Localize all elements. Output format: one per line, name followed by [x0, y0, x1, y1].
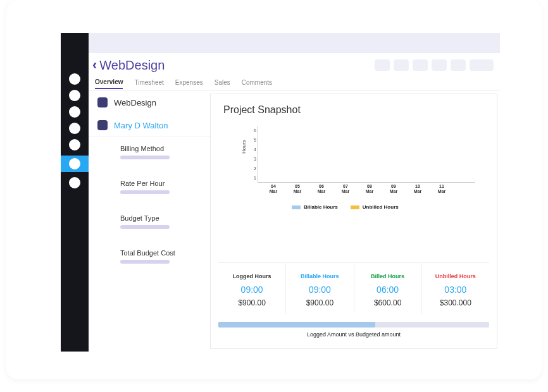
sidebar-item-active[interactable] — [61, 156, 89, 172]
person-name: Mary D Walton — [114, 121, 168, 130]
field-budget-type: Budget Type — [89, 209, 210, 234]
plot-area — [258, 126, 475, 183]
app-window: ‹ WebDesign Overview Timesheet Expenses … — [61, 33, 500, 352]
hours-chart: Hours 6 5 4 3 2 1 — [241, 126, 475, 221]
stats-row: Logged Hours 09:00 $900.00 Billable Hour… — [218, 262, 489, 314]
header-action-6[interactable] — [470, 59, 494, 71]
top-ribbon — [89, 33, 500, 53]
back-icon[interactable]: ‹ — [92, 57, 97, 73]
person-icon — [97, 120, 108, 130]
tabs: Overview Timesheet Expenses Sales Commen… — [89, 77, 500, 91]
tab-comments[interactable]: Comments — [242, 79, 272, 89]
header-action-5[interactable] — [451, 59, 466, 71]
budget-progress: Logged Amount vs Budgeted amount — [218, 322, 489, 338]
sidebar-item-4[interactable] — [69, 123, 80, 134]
progress-fill — [218, 322, 375, 328]
legend-billable: Billable Hours — [292, 204, 338, 210]
label-billing-method: Billing Method — [120, 145, 210, 152]
tab-sales[interactable]: Sales — [215, 79, 230, 89]
sidebar-item-7[interactable] — [69, 177, 80, 188]
header-actions — [375, 59, 494, 71]
field-rate-per-hour: Rate Per Hour — [89, 175, 210, 199]
y-ticks: 6 5 4 3 2 1 — [247, 126, 256, 183]
page-title: WebDesign — [99, 58, 165, 73]
tab-timesheet[interactable]: Timesheet — [134, 79, 163, 89]
tab-expenses[interactable]: Expenses — [175, 79, 203, 89]
snapshot-title: Project Snapshot — [211, 94, 497, 116]
header-action-2[interactable] — [394, 59, 409, 71]
legend-unbilled: Unbilled Hours — [351, 204, 399, 210]
project-name: WebDesign — [114, 98, 156, 107]
value-billing-method — [120, 156, 170, 159]
sidebar-item-5[interactable] — [69, 139, 80, 150]
label-budget-type: Budget Type — [120, 214, 210, 222]
sidebar-item-3[interactable] — [69, 106, 80, 118]
label-total-budget: Total Budget Cost — [120, 249, 210, 257]
sidebar-item-1[interactable] — [69, 73, 80, 85]
panel-divider — [89, 137, 210, 137]
label-rate-per-hour: Rate Per Hour — [120, 180, 210, 187]
stat-billable: Billable Hours 09:00 $900.00 — [286, 263, 354, 314]
stat-unbilled: Unbilled Hours 03:00 $300.000 — [422, 263, 489, 314]
header-action-1[interactable] — [375, 59, 390, 71]
value-total-budget — [120, 260, 170, 264]
value-rate-per-hour — [120, 190, 170, 194]
stat-billed: Billed Hours 06:00 $600.00 — [354, 263, 422, 314]
left-panel: WebDesign Mary D Walton Billing Method R… — [89, 91, 210, 269]
yaxis-label: Hours — [241, 140, 247, 154]
progress-caption: Logged Amount vs Budgeted amount — [218, 328, 489, 338]
main-panel: Project Snapshot Hours 6 5 4 3 2 1 — [210, 94, 497, 349]
header: ‹ WebDesign — [89, 53, 500, 77]
sidebar-item-2[interactable] — [69, 90, 80, 101]
project-icon — [97, 97, 108, 107]
stat-logged: Logged Hours 09:00 $900.00 — [218, 263, 286, 314]
chart-legend: Billable Hours Unbilled Hours — [292, 204, 399, 210]
progress-track — [218, 322, 489, 328]
sidebar — [61, 33, 89, 352]
device-frame: ‹ WebDesign Overview Timesheet Expenses … — [6, 0, 542, 379]
header-action-4[interactable] — [432, 59, 447, 71]
tab-overview[interactable]: Overview — [95, 78, 123, 89]
person-row[interactable]: Mary D Walton — [89, 114, 210, 137]
project-row[interactable]: WebDesign — [89, 91, 210, 114]
header-action-3[interactable] — [413, 59, 428, 71]
x-ticks: 04Mar 05Mar 06Mar 07Mar 08Mar 09Mar 10Ma… — [258, 184, 475, 193]
field-billing-method: Billing Method — [89, 140, 210, 164]
field-total-budget: Total Budget Cost — [89, 244, 210, 269]
value-budget-type — [120, 225, 170, 229]
